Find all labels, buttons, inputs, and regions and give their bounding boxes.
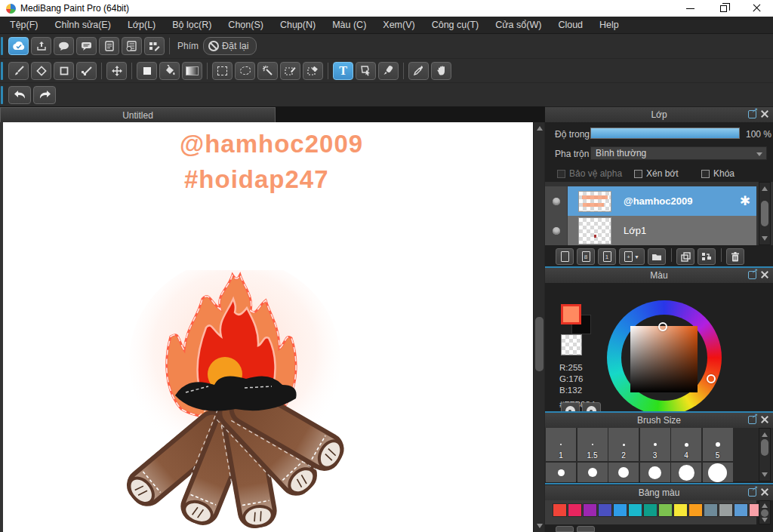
lock-checkbox[interactable]: Khóa <box>701 168 735 179</box>
publish-button[interactable] <box>31 37 51 55</box>
palette-swatch[interactable] <box>613 503 627 517</box>
menu-item[interactable]: Tệp(F) <box>2 17 47 34</box>
cloud-sync-button[interactable] <box>8 37 29 55</box>
select-rect-tool[interactable] <box>212 62 233 80</box>
scroll-up-icon[interactable] <box>537 126 543 131</box>
brush-size-cell[interactable]: 2 <box>608 428 639 461</box>
menu-item[interactable]: Chỉnh sửa(E) <box>47 17 119 34</box>
move-tool[interactable] <box>106 62 127 80</box>
delete-layer-button[interactable] <box>726 248 744 265</box>
brush-size-cell[interactable]: 1 <box>546 428 576 461</box>
panel-close-icon[interactable] <box>760 415 769 424</box>
popout-icon[interactable] <box>748 110 756 118</box>
palette-swatch[interactable] <box>583 503 597 517</box>
palette-swatch[interactable] <box>598 503 612 517</box>
gradient-tool[interactable] <box>182 62 202 80</box>
protect-alpha-checkbox[interactable]: Bảo vệ alpha <box>557 168 622 179</box>
palette-swatch[interactable] <box>719 503 733 517</box>
menu-item[interactable]: Cửa sổ(W) <box>487 17 550 34</box>
palette-swatch[interactable] <box>628 503 642 517</box>
close-button[interactable] <box>740 0 773 17</box>
palette-swatch[interactable] <box>704 503 718 517</box>
brush-size-cell[interactable]: 3 <box>640 428 670 461</box>
brush-size-cell[interactable] <box>608 463 639 482</box>
palette-swatch[interactable] <box>643 503 658 517</box>
scroll-down-icon[interactable] <box>537 524 543 528</box>
sv-picker-handle[interactable] <box>658 322 667 331</box>
scroll-thumb[interactable] <box>761 509 768 517</box>
menu-item[interactable]: Xem(V) <box>374 17 423 34</box>
eraser-tool[interactable] <box>31 62 51 80</box>
document-tab[interactable]: Untitled <box>0 107 276 122</box>
document-edit-button[interactable] <box>144 37 165 55</box>
popout-icon[interactable] <box>748 488 756 497</box>
popout-icon[interactable] <box>748 416 756 424</box>
brush-tool[interactable] <box>8 62 29 80</box>
saturation-value-square[interactable] <box>630 326 698 392</box>
palette-swatch[interactable] <box>568 503 582 517</box>
toolbar-grip[interactable] <box>1 86 3 104</box>
palette-swatch[interactable] <box>734 503 748 517</box>
minimize-button[interactable] <box>673 0 707 17</box>
canvas-vscrollbar[interactable] <box>533 122 544 532</box>
comment-button[interactable] <box>54 37 74 55</box>
lasso-tool[interactable] <box>235 62 255 80</box>
foreground-color-swatch[interactable] <box>561 304 581 324</box>
palette-menu-button[interactable] <box>577 526 595 532</box>
toolbar-grip[interactable] <box>1 62 3 80</box>
magic-wand-tool[interactable] <box>257 62 278 80</box>
scroll-down-icon[interactable] <box>762 472 768 477</box>
brush-size-cell[interactable]: 1.5 <box>577 428 608 461</box>
eyedropper-tool[interactable] <box>408 62 429 80</box>
layer-settings-gear-icon[interactable]: ✱ <box>740 193 750 209</box>
opacity-slider[interactable] <box>590 128 740 139</box>
add-palette-color-button[interactable] <box>556 526 574 532</box>
palette-swatch[interactable] <box>673 503 688 517</box>
select-pen-tool[interactable] <box>280 62 300 80</box>
menu-item[interactable]: Bộ lọc(R) <box>164 17 220 34</box>
document-button[interactable] <box>99 37 119 55</box>
menu-item[interactable]: Màu (C) <box>324 17 374 34</box>
brush-size-cell[interactable] <box>703 463 733 482</box>
duplicate-layer-button[interactable] <box>676 248 694 265</box>
brush-size-cell[interactable] <box>671 463 701 482</box>
panel-separator[interactable] <box>545 483 773 484</box>
fill-shape-tool[interactable] <box>137 62 157 80</box>
palette-swatch[interactable] <box>658 503 673 517</box>
operation-select-tool[interactable] <box>356 62 376 80</box>
brush-size-scrollbar[interactable] <box>759 428 771 481</box>
menu-item[interactable]: Help <box>591 17 627 34</box>
panel-close-icon[interactable] <box>760 109 769 118</box>
menu-item[interactable]: Chọn(S) <box>220 17 272 34</box>
panel-close-icon[interactable] <box>760 270 769 279</box>
panel-close-icon[interactable] <box>760 487 769 497</box>
merge-layer-button[interactable] <box>698 248 716 265</box>
scroll-thumb[interactable] <box>761 201 768 226</box>
bucket-tool[interactable] <box>159 62 180 80</box>
shape-brush-tool[interactable] <box>54 62 74 80</box>
scroll-up-icon[interactable] <box>762 432 768 437</box>
scroll-down-icon[interactable] <box>762 236 768 241</box>
undo-button[interactable] <box>8 86 31 104</box>
document-history-button[interactable] <box>122 37 142 55</box>
chat-panel-button[interactable] <box>76 37 97 55</box>
reset-button[interactable]: Đặt lại <box>203 37 257 55</box>
scroll-up-icon[interactable] <box>762 186 768 191</box>
add-8bit-layer-button[interactable]: 8 <box>577 248 595 265</box>
popout-icon[interactable] <box>748 271 756 279</box>
brush-size-cell[interactable]: 5 <box>703 428 733 461</box>
text-tool[interactable]: T <box>333 62 353 80</box>
layer-row-selected[interactable]: @hamhoc2009 ✱ <box>545 186 756 216</box>
add-special-layer-button[interactable]: +▼ <box>619 248 645 265</box>
brush-size-cell[interactable] <box>577 463 608 482</box>
blend-mode-dropdown[interactable]: Bình thường <box>590 146 767 160</box>
clipping-checkbox[interactable]: Xén bớt <box>634 168 679 179</box>
folder-button[interactable] <box>648 248 666 265</box>
toolbar-grip[interactable] <box>1 37 3 55</box>
layer-list-scrollbar[interactable] <box>759 182 771 245</box>
palette-scrollbar[interactable] <box>759 500 771 524</box>
layer-row[interactable]: Lớp1 <box>545 216 756 245</box>
brush-size-cell[interactable]: 4 <box>671 428 701 461</box>
scroll-up-icon[interactable] <box>762 503 768 508</box>
canvas-vscroll-thumb[interactable] <box>535 317 544 371</box>
